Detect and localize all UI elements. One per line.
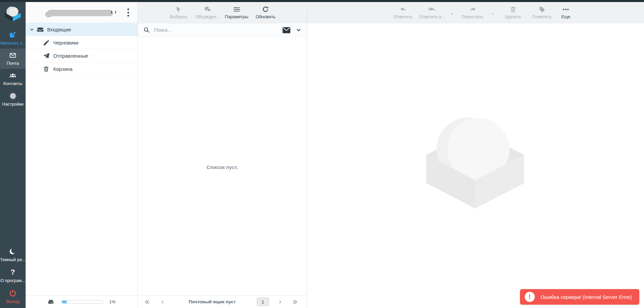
sidebar-item-compose[interactable]: Написать с... <box>0 28 26 49</box>
help-icon: ? <box>10 268 15 276</box>
quota-progress-bar <box>61 300 104 304</box>
account-header <box>26 2 137 23</box>
taskbar: Написать с... Почта Контакты <box>0 0 26 308</box>
folder-label: Черновики <box>53 40 79 46</box>
drafts-pencil-icon <box>42 39 51 46</box>
forward-icon <box>469 6 477 13</box>
message-list-pane: Выбрать Обсужден... <box>138 2 307 308</box>
sidebar-item-label: Контакты <box>3 81 22 86</box>
first-page-button[interactable] <box>142 297 152 307</box>
roundcube-logo-icon <box>4 5 22 22</box>
sidebar-item-label: Написать с... <box>0 40 26 46</box>
folder-item-inbox[interactable]: Входящие <box>26 23 137 36</box>
mail-icon <box>9 52 17 59</box>
webmail-app: Написать с... Почта Контакты <box>0 0 644 308</box>
forward-button[interactable]: Переслать <box>458 3 487 22</box>
error-toast: ! Ошибка сервера! (Internal Server Error… <box>520 289 639 305</box>
folder-pane: Входящие Черновики Отправленные <box>26 2 138 308</box>
folder-label: Входящие <box>47 27 71 32</box>
more-button[interactable]: Еще <box>556 3 575 22</box>
options-sliders-icon <box>233 6 241 13</box>
account-name-redacted <box>47 10 113 16</box>
sidebar-item-contacts[interactable]: Контакты <box>0 69 26 89</box>
reply-all-caret-icon[interactable] <box>447 4 458 24</box>
contacts-icon <box>8 72 17 79</box>
next-page-button[interactable] <box>275 297 285 307</box>
refresh-button[interactable]: Обновить <box>251 3 280 22</box>
reply-button[interactable]: Ответить <box>389 3 418 22</box>
mail-view-pane: Ответить Ответить в... Переслать <box>307 2 644 308</box>
folder-item-sent[interactable]: Отправленные <box>26 49 137 62</box>
folder-item-drafts[interactable]: Черновики <box>26 36 137 49</box>
reply-icon <box>399 6 407 13</box>
search-input[interactable] <box>153 27 282 33</box>
delete-trash-icon <box>510 6 517 13</box>
threads-button[interactable]: Обсужден... <box>193 3 222 22</box>
search-options-chevron-icon[interactable] <box>296 27 301 33</box>
reply-all-button[interactable]: Ответить в... <box>418 3 447 22</box>
folder-label: Отправленные <box>53 53 88 59</box>
previous-page-button[interactable] <box>157 297 167 307</box>
sidebar-item-settings[interactable]: Настройки <box>0 89 26 110</box>
search-bar <box>138 23 307 37</box>
compose-icon <box>9 31 17 39</box>
quota-percent-label: 1% <box>109 299 116 304</box>
sidebar-item-about[interactable]: ? О програм... <box>0 265 26 286</box>
inbox-icon <box>36 26 44 33</box>
search-icon <box>143 27 150 33</box>
sidebar-item-dark-mode[interactable]: Темный ре... <box>0 244 26 265</box>
folder-collapse-icon[interactable] <box>30 27 34 32</box>
quota-bar-area: 1% <box>26 295 137 308</box>
page-number-input[interactable] <box>257 298 269 306</box>
sidebar-item-mail[interactable]: Почта <box>0 49 26 69</box>
sidebar-item-label: Выход <box>6 299 20 304</box>
storage-drive-icon <box>47 298 55 306</box>
quota-progress-fill <box>62 301 67 303</box>
settings-gear-icon <box>9 92 17 100</box>
sidebar-item-label: О програм... <box>0 278 25 283</box>
kebab-menu-icon[interactable] <box>125 8 131 17</box>
select-button[interactable]: Выбрать <box>164 3 193 22</box>
tag-icon <box>538 6 546 13</box>
sent-plane-icon <box>42 52 51 59</box>
app-logo[interactable] <box>4 5 22 24</box>
error-exclamation-icon: ! <box>525 292 535 302</box>
refresh-icon <box>262 6 269 13</box>
mark-button[interactable]: Пометить <box>527 3 556 22</box>
delete-button[interactable]: Удалить <box>498 3 527 22</box>
list-toolbar: Выбрать Обсужден... <box>138 2 307 23</box>
top-window-strip <box>0 0 644 2</box>
folder-item-trash[interactable]: Корзина <box>26 62 137 76</box>
folder-label: Корзина <box>53 66 72 72</box>
power-icon <box>9 289 17 297</box>
more-ellipsis-icon <box>562 6 570 13</box>
trash-icon <box>42 65 51 73</box>
error-toast-text: Ошибка сервера! (Internal Server Error) <box>541 294 632 300</box>
moon-icon <box>9 247 17 255</box>
roundcube-watermark <box>424 117 527 217</box>
last-page-button[interactable] <box>290 297 300 307</box>
select-cursor-icon <box>175 6 182 13</box>
sidebar-item-label: Почта <box>7 61 19 66</box>
sidebar-item-label: Настройки <box>2 102 24 107</box>
mail-toolbar: Ответить Ответить в... Переслать <box>307 2 644 23</box>
search-scope-envelope-icon[interactable] <box>282 27 290 33</box>
reply-all-icon <box>428 6 436 13</box>
list-pagination: Почтовый ящик пуст <box>138 295 307 308</box>
forward-caret-icon[interactable] <box>487 4 498 24</box>
threads-icon <box>204 6 212 13</box>
sidebar-item-label: Темный ре... <box>0 257 26 262</box>
mailbox-status-text: Почтовый ящик пуст <box>167 299 257 304</box>
sidebar-item-logout[interactable]: Выход <box>0 286 26 308</box>
options-button[interactable]: Параметры <box>222 3 251 22</box>
empty-list-message: Список пуст. <box>138 164 307 170</box>
